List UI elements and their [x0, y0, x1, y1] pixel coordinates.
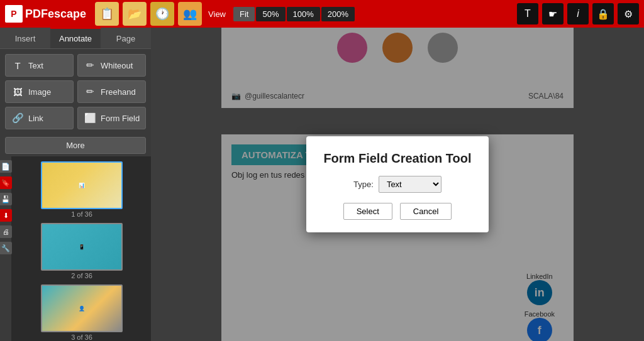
select-button[interactable]: Select	[343, 203, 392, 220]
tab-annotate[interactable]: Annotate	[50, 28, 101, 48]
whiteout-tool-icon: ✏	[83, 58, 97, 72]
tab-bar: Insert Annotate Page	[0, 28, 151, 49]
formfield-tool-icon: ⬜	[83, 111, 97, 125]
zoom-200-button[interactable]: 200%	[321, 7, 355, 21]
image-tool-icon: 🖼	[11, 85, 25, 99]
text-tool-icon: T	[11, 58, 25, 72]
type-select[interactable]: Text Checkbox Radio Dropdown List Button	[379, 176, 441, 193]
link-tool-label: Link	[28, 114, 43, 123]
text-cursor-button[interactable]: T	[517, 3, 538, 24]
freehand-tool-icon: ✏	[83, 85, 97, 99]
zoom-fit-button[interactable]: Fit	[233, 7, 255, 21]
content-area: 📷 @guillescalantecr SCALA\84 AUTOMATIZA …	[151, 28, 644, 341]
cancel-button[interactable]: Cancel	[400, 203, 452, 220]
type-label: Type:	[353, 180, 374, 189]
modal-dialog: Form Field Creation Tool Type: Text Chec…	[306, 136, 489, 232]
thumbnail-2-wrapper: 📱 2 of 36	[41, 223, 123, 279]
whiteout-tool-button[interactable]: ✏ Whiteout	[77, 54, 146, 77]
modal-title: Form Field Creation Tool	[321, 151, 474, 166]
tab-insert[interactable]: Insert	[0, 28, 50, 48]
zoom-controls: Fit 50% 100% 200%	[233, 7, 355, 21]
thumbnail-2-label: 2 of 36	[71, 272, 92, 279]
thumbnail-3[interactable]: 👤	[41, 284, 123, 332]
thumbnail-3-label: 3 of 36	[71, 333, 92, 341]
top-toolbar: P PDFescape 📋 📂 🕐 👥 View Fit 50% 100% 20…	[0, 0, 644, 28]
image-tool-label: Image	[28, 87, 51, 97]
pdf-view: 📷 @guillescalantecr SCALA\84 AUTOMATIZA …	[151, 28, 644, 341]
logo-area: P PDFescape	[5, 5, 86, 23]
thumbnail-1-wrapper: 📊 1 of 36	[41, 161, 123, 218]
thumbnail-list: 📊 1 of 36 📱 2 of 36	[41, 161, 123, 341]
logo-text: PDFescape	[25, 8, 86, 21]
italic-button[interactable]: i	[567, 3, 589, 24]
text-tool-label: Text	[28, 61, 43, 70]
link-tool-button[interactable]: 🔗 Link	[5, 107, 74, 129]
logo-icon: P	[5, 5, 23, 23]
formfield-tool-button[interactable]: ⬜ Form Field	[77, 107, 146, 129]
thumbnail-3-wrapper: 👤 3 of 36	[41, 284, 123, 341]
page-icon: 📄	[0, 160, 12, 173]
tool-side-icon: 🔧	[0, 242, 12, 254]
zoom-100-button[interactable]: 100%	[287, 7, 320, 21]
tab-page[interactable]: Page	[101, 28, 151, 48]
type-row: Type: Text Checkbox Radio Dropdown List …	[321, 176, 474, 193]
left-panel: Insert Annotate Page T Text ✏ Whiteout 🖼…	[0, 28, 151, 341]
hand-button[interactable]: ☛	[542, 3, 564, 24]
settings-button[interactable]: ⚙	[618, 3, 639, 24]
thumb-3-inner: 👤	[42, 286, 121, 331]
bookmark-icon: 🔖	[0, 176, 12, 189]
lock-button[interactable]: 🔒	[592, 3, 614, 24]
zoom-50-button[interactable]: 50%	[256, 7, 285, 21]
main-layout: Insert Annotate Page T Text ✏ Whiteout 🖼…	[0, 28, 644, 341]
print-icon: 🖨	[0, 225, 12, 238]
thumbnail-2[interactable]: 📱	[41, 223, 123, 271]
side-icons-bar: 📄 🔖 💾 ⬇ 🖨 🔧	[0, 156, 11, 341]
thumbnail-1-label: 1 of 36	[71, 210, 92, 218]
thumb-2-inner: 📱	[42, 224, 121, 269]
open-folder-button[interactable]: 📂	[123, 2, 147, 26]
save-side-icon: 💾	[0, 193, 12, 205]
modal-buttons: Select Cancel	[321, 203, 474, 220]
thumbnails-area[interactable]: 📄 🔖 💾 ⬇ 🖨 🔧 📊 1 of 36	[0, 156, 151, 341]
link-tool-icon: 🔗	[11, 111, 25, 125]
text-tool-button[interactable]: T Text	[5, 54, 74, 77]
clipboard-button[interactable]: 📋	[95, 2, 119, 26]
whiteout-tool-label: Whiteout	[101, 61, 133, 70]
share-button[interactable]: 👥	[178, 2, 202, 26]
annotate-tools: T Text ✏ Whiteout 🖼 Image ✏ Freehand 🔗 L…	[0, 49, 151, 134]
freehand-tool-label: Freehand	[101, 87, 136, 97]
thumbnail-1[interactable]: 📊	[41, 161, 123, 209]
history-button[interactable]: 🕐	[150, 2, 174, 26]
thumb-1-inner: 📊	[42, 163, 121, 208]
image-tool-button[interactable]: 🖼 Image	[5, 80, 74, 103]
modal-overlay: Form Field Creation Tool Type: Text Chec…	[151, 28, 644, 341]
tool-right: T ☛ i 🔒 ⚙	[517, 3, 639, 24]
download-icon: ⬇	[0, 209, 12, 222]
freehand-tool-button[interactable]: ✏ Freehand	[77, 80, 146, 103]
view-label: View	[208, 9, 226, 19]
more-button[interactable]: More	[5, 137, 146, 154]
formfield-tool-label: Form Field	[101, 114, 140, 123]
